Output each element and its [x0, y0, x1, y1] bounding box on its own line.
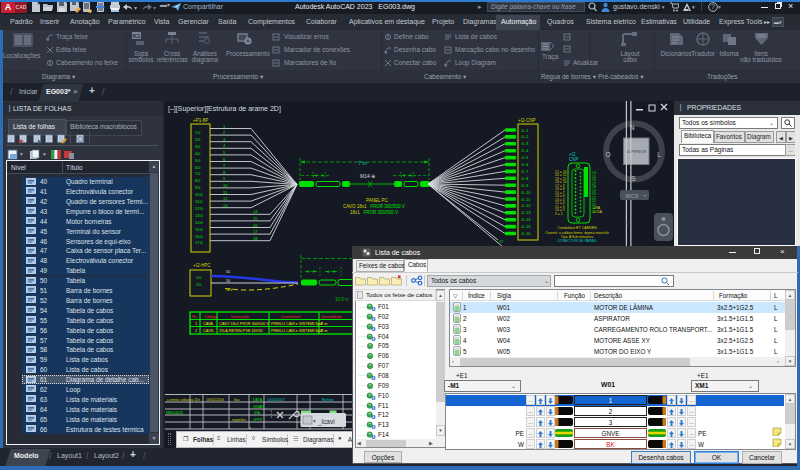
svg-text:14⊙: 14⊙ — [195, 220, 203, 225]
svg-text:CAVA: CAVA — [203, 322, 213, 326]
svg-text:⊙-8: ⊙-8 — [521, 176, 529, 181]
svg-text:12: 12 — [223, 196, 228, 201]
svg-text:Código: Código — [204, 314, 217, 319]
svg-text:7 m: 7 m — [358, 160, 368, 166]
svg-text:4⊙: 4⊙ — [195, 151, 201, 156]
svg-text:fiva: fiva — [234, 398, 240, 402]
svg-text:L: L — [657, 151, 661, 158]
svg-text:7 m: 7 m — [321, 329, 327, 333]
svg-text:25LA RETEN-PVE 16V1K: 25LA RETEN-PVE 16V1K — [219, 329, 263, 333]
svg-text:15⊙: 15⊙ — [195, 227, 203, 232]
svg-text:Conduttore ET CAENEN: Conduttore ET CAENEN — [557, 226, 597, 230]
svg-text:K1: K1 — [133, 33, 141, 39]
svg-text:2: 2 — [195, 329, 197, 333]
svg-text:16/02/2016: 16/02/2016 — [206, 398, 224, 402]
svg-text:1⊙: 1⊙ — [196, 275, 202, 280]
svg-text:Quantidade: Quantidade — [321, 314, 342, 319]
svg-text:9 = 1: 9 = 1 — [555, 212, 563, 216]
svg-text:⊙-10: ⊙-10 — [521, 190, 531, 195]
svg-text:= 15A: = 15A — [593, 210, 603, 214]
svg-text:⊙-6: ⊙-6 — [521, 162, 529, 167]
svg-text:2⊙: 2⊙ — [195, 137, 201, 142]
svg-text:7⊙: 7⊙ — [195, 171, 201, 176]
svg-text:WCS: WCS — [626, 193, 639, 199]
svg-text:⊙-15: ⊙-15 — [521, 224, 531, 229]
svg-text:⊙-9: ⊙-9 — [521, 183, 529, 188]
svg-text:⊙-12: ⊙-12 — [521, 203, 531, 208]
svg-text:11⊙: 11⊙ — [195, 199, 203, 204]
svg-text:7 m: 7 m — [321, 322, 327, 326]
svg-text:⊙-14: ⊙-14 — [521, 217, 531, 222]
svg-text:13: 13 — [223, 203, 228, 208]
svg-text:CONECTOR DE PAINEL: CONECTOR DE PAINEL — [557, 239, 597, 243]
svg-text:10: 10 — [223, 183, 228, 188]
svg-text:13⊙: 13⊙ — [195, 213, 203, 218]
svg-text:14: 14 — [253, 209, 258, 214]
svg-text:15: 15 — [253, 216, 258, 221]
svg-text:?: ? — [711, 3, 715, 10]
svg-text:GIVAN: GIVAN — [253, 405, 264, 409]
svg-text:CAVO 18x1 FROR 300/500 V: CAVO 18x1 FROR 300/500 V — [219, 322, 269, 326]
svg-text:PANEL PC: PANEL PC — [366, 198, 389, 203]
svg-text:10/10/2017: 10/10/2017 — [267, 398, 285, 402]
svg-text:3⊙: 3⊙ — [195, 144, 201, 149]
svg-text:xPPR: xPPR — [253, 418, 263, 422]
svg-text:16⊙: 16⊙ — [195, 234, 203, 239]
svg-text:5⊙: 5⊙ — [195, 158, 201, 163]
svg-text:Descrição: Descrição — [231, 314, 250, 319]
svg-text:+I2-HPC: +I2-HPC — [193, 263, 211, 268]
svg-text:⊙-7: ⊙-7 — [521, 169, 529, 174]
svg-text:_lcavi: _lcavi — [317, 418, 335, 426]
svg-text:6⊙: 6⊙ — [195, 165, 201, 170]
svg-text:CA5N: CA5N — [203, 329, 213, 333]
svg-text:30.5 m: 30.5 m — [335, 297, 349, 302]
svg-text:▾: ▾ — [644, 193, 646, 198]
svg-text:1: 1 — [195, 322, 197, 326]
svg-text:12⊙: 12⊙ — [195, 206, 203, 211]
svg-text:8⊙: 8⊙ — [195, 178, 201, 183]
svg-text:CNP: CNP — [569, 157, 579, 162]
svg-text:17: 17 — [499, 240, 503, 244]
svg-text:⊙-4: ⊙-4 — [521, 148, 529, 153]
svg-text:VIA: VIA — [254, 411, 260, 415]
svg-text:⊙-1: ⊙-1 — [521, 128, 529, 133]
svg-text:O: O — [605, 151, 610, 158]
svg-text:2⊙: 2⊙ — [196, 282, 202, 287]
svg-text:orgxnilxs: orgxnilxs — [232, 418, 246, 422]
svg-text:⊙-13: ⊙-13 — [521, 210, 531, 215]
svg-text:+P1-8P: +P1-8P — [193, 118, 208, 123]
svg-text:+I2-CNP: +I2-CNP — [518, 118, 535, 123]
svg-text:⊙-2: ⊙-2 — [521, 134, 529, 139]
svg-text:PIRELLI CAVI e SISTEMI SpA: PIRELLI CAVI e SISTEMI SpA — [271, 329, 323, 333]
svg-text:M14 ⊕: M14 ⊕ — [360, 173, 375, 179]
svg-text:Custruttore: Custruttore — [281, 314, 302, 319]
svg-text:⊙-5: ⊙-5 — [521, 155, 529, 160]
svg-text:PIRELLI CAVI e SISTEMI SpA: PIRELLI CAVI e SISTEMI SpA — [271, 322, 323, 326]
svg-text:18x1 FROR 300/500 V: 18x1 FROR 300/500 V — [350, 210, 398, 215]
svg-text:16: 16 — [253, 223, 258, 228]
svg-text:⊙-11: ⊙-11 — [521, 197, 531, 202]
svg-text:Nr.: Nr. — [192, 314, 197, 319]
svg-text:9⊙: 9⊙ — [195, 185, 201, 190]
svg-text:▾: ▾ — [313, 418, 316, 424]
svg-text:a emiss utilizova 10s: a emiss utilizova 10s — [167, 398, 200, 402]
svg-text:50: 50 — [226, 279, 230, 283]
svg-text:S: S — [631, 175, 636, 182]
svg-text:CAVO 18x1 FROR 300/500 V: CAVO 18x1 FROR 300/500 V — [343, 204, 405, 209]
svg-text:⊙-16: ⊙-16 — [521, 231, 531, 236]
svg-text:18: 18 — [253, 236, 258, 241]
svg-text:50: 50 — [226, 270, 230, 274]
svg-text:Berlino: Berlino — [322, 398, 333, 402]
svg-text:28V: 28V — [226, 288, 233, 292]
svg-text:10⊙: 10⊙ — [195, 192, 203, 197]
svg-text:SUPERIOR: SUPERIOR — [626, 149, 647, 154]
svg-text:NB5042/6: NB5042/6 — [166, 411, 183, 415]
svg-text:17⊙: 17⊙ — [195, 240, 203, 245]
svg-text:⊙-3: ⊙-3 — [521, 141, 529, 146]
svg-text:17: 17 — [253, 229, 258, 234]
svg-text:DATA: DATA — [253, 398, 263, 402]
svg-text:[–][Superior][Estrutura de ara: [–][Superior][Estrutura de arame 2D] — [168, 105, 281, 113]
svg-text:1⊙: 1⊙ — [195, 130, 201, 135]
